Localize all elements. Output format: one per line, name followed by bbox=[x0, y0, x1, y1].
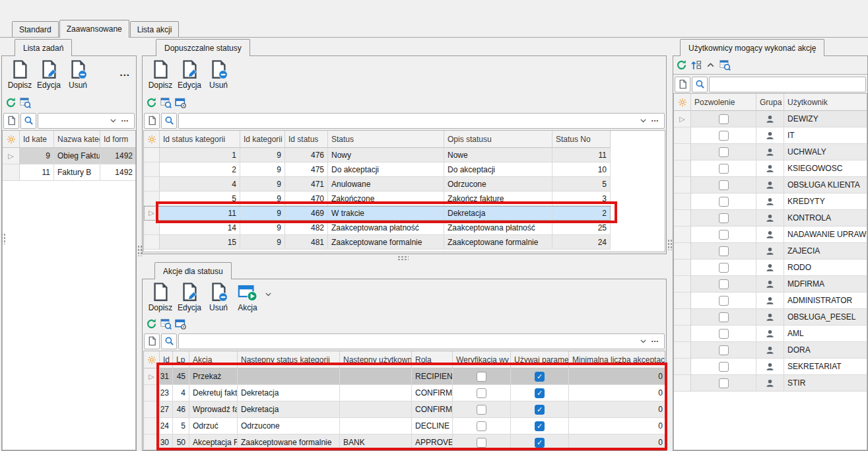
column-header-id-kategorii[interactable]: Id kategorii bbox=[240, 131, 285, 148]
weryfikacja-checkbox[interactable] bbox=[477, 372, 486, 382]
table-row[interactable]: 29475Do akceptacjiDo akceptacji10 bbox=[144, 162, 611, 177]
uzytkownicy-newdoc-button[interactable] bbox=[675, 77, 690, 92]
lista-zadan-search-input[interactable] bbox=[41, 114, 107, 127]
pozwolenie-checkbox[interactable] bbox=[719, 362, 729, 372]
table-row[interactable]: OBSŁUGA KLIENTA bbox=[674, 177, 867, 193]
table-row[interactable]: NADAWANIE UPRAWNIEN bbox=[674, 226, 867, 243]
uzywaj-parametrow-checkbox[interactable] bbox=[535, 372, 545, 382]
table-row[interactable]: 19476NowyNowe11 bbox=[144, 148, 611, 162]
pozwolenie-checkbox[interactable] bbox=[719, 164, 729, 174]
akcje-magnifier-button[interactable] bbox=[161, 333, 177, 349]
akcje-newdoc-button[interactable] bbox=[144, 333, 160, 349]
statusy-search-input[interactable] bbox=[182, 114, 637, 127]
uzytkownicy-magnifier-button[interactable] bbox=[692, 77, 708, 92]
table-row[interactable]: RODO bbox=[674, 260, 867, 276]
lista-zadan-magnifier-button[interactable] bbox=[20, 113, 36, 129]
table-row[interactable]: ▷3145PrzekażRECIPIENT0 bbox=[144, 368, 665, 385]
window-edge-grip[interactable] bbox=[1, 233, 5, 244]
refresh-button[interactable] bbox=[676, 59, 687, 71]
column-header-użytkownik[interactable]: Użytkownik bbox=[784, 94, 867, 111]
column-header-minimalna-liczba-akceptacji[interactable]: Minimalna liczba akceptacji bbox=[569, 351, 665, 368]
weryfikacja-checkbox[interactable] bbox=[477, 405, 486, 415]
refresh-button[interactable] bbox=[146, 318, 157, 330]
dopisz-button[interactable]: Dopisz bbox=[146, 58, 175, 90]
sort-hierarchy-button[interactable] bbox=[690, 59, 702, 71]
column-header-następny-użytkowni[interactable]: Następny użytkowni bbox=[340, 351, 412, 368]
grid-search-button[interactable] bbox=[160, 318, 172, 330]
column-header-id-status-kategorii[interactable]: Id status kategorii bbox=[160, 131, 240, 148]
window-preview-button[interactable] bbox=[175, 97, 186, 108]
filter-sun-icon[interactable] bbox=[3, 131, 20, 148]
pozwolenie-checkbox[interactable] bbox=[719, 263, 729, 273]
column-header-weryfikacja-wy[interactable]: Weryfikacja wy bbox=[453, 351, 511, 368]
pozwolenie-checkbox[interactable] bbox=[719, 296, 729, 306]
table-row[interactable]: IT bbox=[674, 127, 867, 144]
pozwolenie-checkbox[interactable] bbox=[719, 197, 729, 207]
lista-zadan-newdoc-button[interactable] bbox=[3, 113, 19, 129]
table-row[interactable]: 49471AnulowaneOdrzucone5 bbox=[144, 177, 611, 191]
statusy-search-menu-button[interactable]: … bbox=[650, 114, 661, 127]
tab-standard[interactable]: Standard bbox=[12, 21, 59, 37]
uzywaj-parametrow-checkbox[interactable] bbox=[535, 438, 545, 448]
edycja-button[interactable]: Edycja bbox=[175, 281, 204, 312]
pozwolenie-checkbox[interactable] bbox=[719, 345, 729, 355]
tab-lista-zadan[interactable]: Lista zadań bbox=[15, 39, 72, 56]
table-row[interactable]: KONTROLA bbox=[674, 210, 867, 226]
column-header-rola[interactable]: Rola bbox=[412, 351, 453, 368]
column-header-lp[interactable]: Lp bbox=[173, 351, 189, 368]
table-row[interactable]: 149482Zaakceptowana płatnośćZaakceptowan… bbox=[144, 221, 611, 235]
splitter-horizontal-grip[interactable] bbox=[397, 256, 409, 260]
uzywaj-parametrow-checkbox[interactable] bbox=[535, 405, 545, 415]
akcja-dropdown-button[interactable] bbox=[264, 290, 273, 298]
grid-search-button[interactable] bbox=[160, 97, 172, 108]
pozwolenie-checkbox[interactable] bbox=[719, 114, 729, 124]
table-row[interactable]: UCHWALY bbox=[674, 144, 867, 160]
column-header-id[interactable]: Id bbox=[160, 351, 173, 368]
weryfikacja-checkbox[interactable] bbox=[477, 388, 486, 398]
pozwolenie-checkbox[interactable] bbox=[719, 329, 729, 339]
filter-sun-icon[interactable] bbox=[674, 94, 691, 111]
statusy-magnifier-button[interactable] bbox=[161, 113, 177, 129]
usun-button[interactable]: Usuń bbox=[63, 58, 92, 90]
collapse-button[interactable] bbox=[705, 59, 716, 71]
pozwolenie-checkbox[interactable] bbox=[719, 279, 729, 289]
chevron-down-icon[interactable] bbox=[109, 116, 117, 125]
column-header-akcja[interactable]: Akcja bbox=[189, 351, 238, 368]
tab-akcje-dla-statusu[interactable]: Akcje dla statusu bbox=[154, 262, 232, 279]
akcja-button[interactable]: Akcja bbox=[233, 281, 262, 312]
lista-zadan-search-menu-button[interactable]: … bbox=[119, 114, 131, 127]
filter-sun-icon[interactable] bbox=[144, 131, 160, 148]
table-row[interactable]: ▷9Obieg Faktur1492 bbox=[3, 148, 136, 164]
pozwolenie-checkbox[interactable] bbox=[719, 246, 729, 256]
grid-search-button[interactable] bbox=[719, 59, 731, 71]
refresh-button[interactable] bbox=[146, 97, 157, 108]
pozwolenie-checkbox[interactable] bbox=[719, 131, 729, 141]
table-row[interactable]: DORA bbox=[674, 342, 867, 359]
chevron-down-icon[interactable] bbox=[639, 337, 648, 345]
table-row[interactable]: KREDYTY bbox=[674, 193, 867, 210]
table-row[interactable]: 3050Akceptacja FoZaakceptowane formalnie… bbox=[144, 434, 665, 450]
table-row[interactable]: ZAJECIA bbox=[674, 243, 867, 260]
tab-dopuszczalne-statusy[interactable]: Dopuszczalne statusy bbox=[156, 39, 250, 56]
toolbar-overflow-button[interactable]: ... bbox=[119, 67, 130, 78]
table-row[interactable]: SEKRETARIAT bbox=[674, 359, 867, 375]
refresh-button[interactable] bbox=[5, 97, 17, 108]
table-row[interactable]: KSIEGOWOSC bbox=[674, 160, 867, 177]
table-row[interactable]: 59470ZakończoneZakończ fakturę3 bbox=[144, 191, 611, 206]
uzywaj-parametrow-checkbox[interactable] bbox=[535, 421, 545, 431]
table-row[interactable]: STIR bbox=[674, 375, 867, 392]
column-header-id-status[interactable]: Id status bbox=[285, 131, 328, 148]
table-row[interactable]: 234Dekretuj faktuDekretacjaCONFIRMER0 bbox=[144, 385, 665, 401]
filter-sun-icon[interactable] bbox=[144, 351, 160, 368]
weryfikacja-checkbox[interactable] bbox=[477, 438, 486, 448]
dopisz-button[interactable]: Dopisz bbox=[5, 58, 34, 90]
table-row[interactable]: ▷DEWIZY bbox=[674, 111, 867, 127]
grid-search-button[interactable] bbox=[20, 97, 31, 108]
column-header-następny-status-kategorii[interactable]: Następny status kategorii bbox=[238, 351, 340, 368]
table-row[interactable]: ▷119469W trakcieDekretacja2 bbox=[144, 206, 611, 221]
tab-lista-akcji[interactable]: Lista akcji bbox=[130, 21, 180, 37]
tab-zaawansowane[interactable]: Zaawansowane bbox=[59, 20, 129, 38]
tab-uzytkownicy[interactable]: Użytkownicy mogący wykonać akcję bbox=[680, 39, 824, 56]
edycja-button[interactable]: Edycja bbox=[34, 58, 63, 90]
column-header-grupa[interactable]: Grupa bbox=[756, 94, 784, 111]
